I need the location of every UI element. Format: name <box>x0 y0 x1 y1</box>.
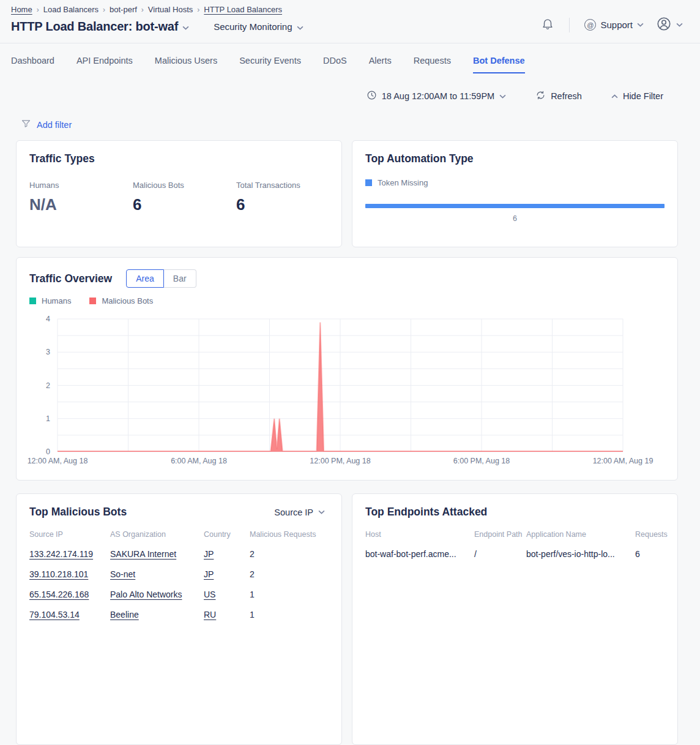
stat-value: N/A <box>29 195 133 214</box>
toggle-bar-button[interactable]: Bar <box>164 269 196 288</box>
svg-text:1: 1 <box>46 414 50 423</box>
top-malicious-bots-title: Top Malicious Bots <box>29 506 127 519</box>
bot-defense-dashboard: Home › Load Balancers › bot-perf › Virtu… <box>0 0 700 745</box>
header-bottom-divider <box>0 43 700 43</box>
toggle-area-button[interactable]: Area <box>126 269 164 288</box>
table-row: bot-waf-bot-perf.acme... / bot-perf/ves-… <box>365 549 665 559</box>
account-menu[interactable] <box>655 15 684 35</box>
malicious-bots-swatch <box>89 298 96 304</box>
application-name-value: bot-perf/ves-io-http-lo... <box>526 549 635 559</box>
top-malicious-bots-card: Top Malicious Bots Source IP Source IP A… <box>16 493 342 745</box>
source-ip-link[interactable]: 79.104.53.14 <box>29 610 80 620</box>
country-link[interactable]: RU <box>204 610 216 620</box>
as-organization-link[interactable]: SAKURA Internet <box>110 549 176 559</box>
filter-funnel-icon <box>21 119 31 131</box>
source-ip-link[interactable]: 39.110.218.101 <box>29 569 88 579</box>
hide-filter-label: Hide Filter <box>623 91 663 101</box>
traffic-types-card: Traffic Types Humans N/A Malicious Bots … <box>16 140 342 247</box>
stat-value: 6 <box>236 195 329 214</box>
chart-type-toggle: Area Bar <box>126 269 196 288</box>
stat-malicious-bots: Malicious Bots 6 <box>133 181 236 214</box>
group-by-selector[interactable]: Source IP <box>270 507 329 518</box>
humans-swatch <box>29 298 36 304</box>
as-organization-link[interactable]: Palo Alto Networks <box>110 590 182 599</box>
tab-bot-defense[interactable]: Bot Defense <box>473 56 525 73</box>
column-malicious-requests: Malicious Requests <box>250 530 329 539</box>
breadcrumb-separator: › <box>37 6 39 14</box>
malicious-bots-table: Source IP AS Organization Country Malici… <box>29 530 329 620</box>
automation-bar[interactable] <box>365 204 665 208</box>
endpoints-table: Host Endpoint Path Application Name Requ… <box>365 530 665 559</box>
country-link[interactable]: JP <box>204 569 214 579</box>
traffic-overview-title: Traffic Overview <box>29 272 112 285</box>
stat-humans: Humans N/A <box>29 181 133 214</box>
table-header: Host Endpoint Path Application Name Requ… <box>365 530 665 539</box>
breadcrumb-item-home[interactable]: Home <box>11 5 32 14</box>
header-divider <box>569 18 570 32</box>
add-filter-button[interactable]: Add filter <box>37 120 72 130</box>
breadcrumb-item-http-load-balancers[interactable]: HTTP Load Balancers <box>204 5 282 14</box>
breadcrumb-item-bot-perf: bot-perf <box>110 5 137 14</box>
svg-text:3: 3 <box>46 348 50 356</box>
refresh-button[interactable]: Refresh <box>532 89 586 103</box>
source-ip-link[interactable]: 65.154.226.168 <box>29 590 89 599</box>
as-organization-link[interactable]: So-net <box>110 569 135 579</box>
tab-security-events[interactable]: Security Events <box>239 56 301 73</box>
tab-malicious-users[interactable]: Malicious Users <box>155 56 217 73</box>
top-endpoints-attacked-card: Top Endpoints Attacked Host Endpoint Pat… <box>352 493 678 745</box>
token-missing-swatch <box>365 179 372 186</box>
breadcrumb-separator: › <box>197 6 199 14</box>
tab-bar: Dashboard API Endpoints Malicious Users … <box>0 56 700 73</box>
svg-text:12:00 PM, Aug 18: 12:00 PM, Aug 18 <box>310 457 370 465</box>
page-header: Home › Load Balancers › bot-perf › Virtu… <box>0 0 700 73</box>
source-ip-link[interactable]: 133.242.174.119 <box>29 549 93 559</box>
support-menu[interactable]: @ Support <box>583 18 645 32</box>
host-value: bot-waf-bot-perf.acme... <box>365 549 474 559</box>
malicious-requests-value: 2 <box>250 549 329 559</box>
top-endpoints-attacked-title: Top Endpoints Attacked <box>365 506 665 519</box>
refresh-label: Refresh <box>551 91 582 101</box>
tab-requests[interactable]: Requests <box>414 56 451 73</box>
breadcrumb-item-load-balancers: Load Balancers <box>43 5 99 14</box>
account-icon <box>656 16 672 34</box>
table-row: 79.104.53.14 Beeline RU 1 <box>29 610 329 620</box>
traffic-types-title: Traffic Types <box>29 152 329 165</box>
view-selector[interactable]: Security Monitoring <box>214 21 303 32</box>
column-source-ip: Source IP <box>29 530 110 539</box>
title-dropdown-caret-icon[interactable] <box>182 22 189 32</box>
traffic-overview-chart[interactable]: 0123412:00 AM, Aug 186:00 AM, Aug 1812:0… <box>29 311 666 469</box>
page-title: HTTP Load Balancer: bot-waf <box>11 20 178 34</box>
support-label: Support <box>600 20 633 30</box>
table-row: 39.110.218.101 So-net JP 2 <box>29 569 329 579</box>
notifications-button[interactable] <box>540 16 556 34</box>
legend-malicious-bots[interactable]: Malicious Bots <box>89 296 153 305</box>
svg-text:0: 0 <box>46 447 50 456</box>
humans-label: Humans <box>42 296 71 305</box>
column-requests: Requests <box>635 530 668 539</box>
malicious-bots-label: Malicious Bots <box>102 296 153 305</box>
add-filter-row: Add filter <box>0 103 700 131</box>
top-automation-type-title: Top Automation Type <box>365 152 665 165</box>
requests-value: 6 <box>635 549 665 559</box>
date-range-selector[interactable]: 18 Aug 12:00AM to 11:59PM <box>363 89 510 103</box>
country-link[interactable]: US <box>204 590 215 599</box>
view-selector-label: Security Monitoring <box>214 21 292 32</box>
country-link[interactable]: JP <box>204 549 214 559</box>
hide-filter-button[interactable]: Hide Filter <box>608 91 667 102</box>
stat-total-transactions: Total Transactions 6 <box>236 181 329 214</box>
tab-api-endpoints[interactable]: API Endpoints <box>76 56 133 73</box>
breadcrumb-separator: › <box>103 6 105 14</box>
breadcrumb-separator: › <box>141 6 144 14</box>
tab-alerts[interactable]: Alerts <box>369 56 392 73</box>
column-as-organization: AS Organization <box>110 530 204 539</box>
tab-dashboard[interactable]: Dashboard <box>11 56 54 73</box>
column-country: Country <box>204 530 250 539</box>
chevron-down-icon <box>499 94 506 99</box>
tab-ddos[interactable]: DDoS <box>323 56 347 73</box>
legend-humans[interactable]: Humans <box>29 296 71 305</box>
as-organization-link[interactable]: Beeline <box>110 610 139 620</box>
group-by-label: Source IP <box>274 507 313 517</box>
column-application-name: Application Name <box>526 530 635 539</box>
bell-icon <box>541 17 554 32</box>
breadcrumb-item-virtual-hosts: Virtual Hosts <box>148 5 193 14</box>
